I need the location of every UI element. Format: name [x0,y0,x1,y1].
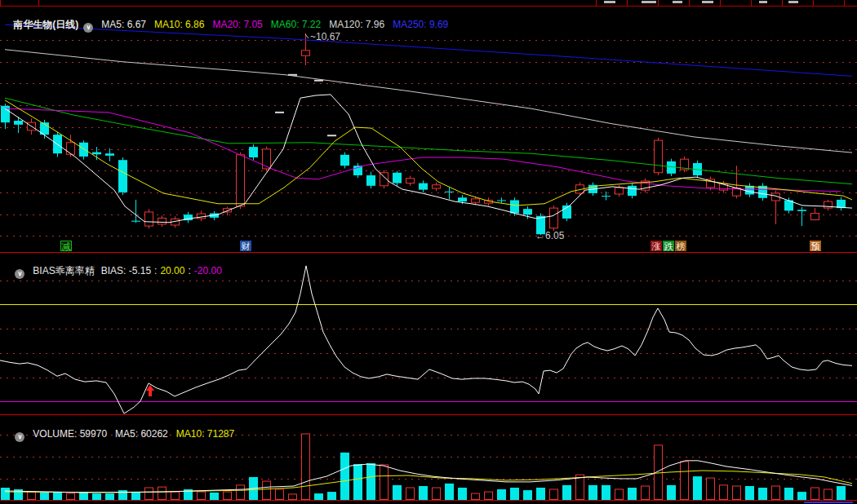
ma5-value: MA5: 6.67 [101,19,146,30]
svg-text:←6.05: ←6.05 [535,230,565,241]
chart-marker-财[interactable]: 财 [240,241,251,251]
bias-indicator-name: BIAS乖离率精 [33,265,94,276]
volume-ma10-value: MA10: 71287 [176,428,234,440]
chart-marker-跌[interactable]: 跌 [663,241,674,251]
chart-marker-涨[interactable]: 涨 [651,241,662,251]
svg-text:~10.67: ~10.67 [310,31,340,42]
bias-panel-header: ∨BIAS乖离率精BIAS: -5.15:20.00:-20.00 [4,253,230,265]
volume-panel-header: ∨VOLUME: 59970MA5: 60262MA10: 71287 [4,416,242,428]
stock-chart-window: 南华生物(日线)∨MA5: 6.67MA10: 6.86MA20: 7.05MA… [0,0,857,504]
ma10-value: MA10: 6.86 [154,19,204,30]
cropped-indicator-row: 南华生物(日线)∨MA5: 6.67MA10: 6.86MA20: 7.05MA… [0,0,857,5]
bias-lower-band-value: -20.00 [194,265,222,276]
ma120-value: MA120: 7.96 [329,19,384,30]
scroll-highlight-fragment[interactable] [804,502,853,503]
main-chart-header: 南华生物(日线)∨MA5: 6.67MA10: 6.86MA20: 7.05MA… [2,7,456,19]
ma60-value: MA60: 7.22 [271,19,321,30]
ma20-value: MA20: 7.05 [212,19,262,30]
volume-ma5-value: MA5: 60262 [115,428,168,440]
ma250-value: MA250: 9.69 [393,19,448,30]
bottom-axis-line [0,500,857,501]
bias-upper-band-value: 20.00 [160,265,184,276]
chart-marker-预[interactable]: 预 [810,241,821,251]
toolbar-strip-cropped[interactable]: 南华生物(日线)∨MA5: 6.67MA10: 6.86MA20: 7.05MA… [0,0,857,6]
chart-marker-减[interactable]: 减 [60,241,72,251]
volume-value: VOLUME: 59970 [33,428,107,440]
panel-divider-2 [0,414,857,415]
stock-title: 南华生物(日线) [13,19,78,30]
chart-marker-榜[interactable]: 榜 [675,241,686,251]
bias-value: BIAS: -5.15 [101,265,151,276]
cropped-title: 南华生物(日线) [16,5,82,6]
